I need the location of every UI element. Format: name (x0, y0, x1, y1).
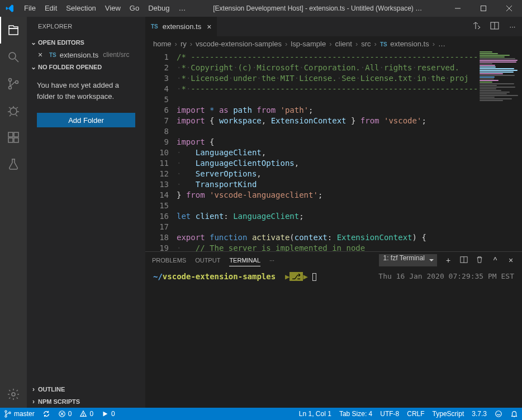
terminal-prompt-home: ~/ (153, 272, 163, 281)
svg-point-9 (10, 108, 17, 114)
status-cursor-pos[interactable]: Ln 1, Col 1 (295, 408, 335, 420)
more-icon[interactable]: ··· (507, 22, 518, 31)
breadcrumb-item[interactable]: vscode-extension-samples (196, 40, 282, 48)
maximize-button[interactable] (471, 0, 496, 17)
svg-point-26 (83, 415, 84, 416)
extensions-icon[interactable] (0, 124, 27, 151)
svg-line-5 (15, 59, 18, 62)
new-terminal-icon[interactable]: + (444, 256, 453, 265)
breadcrumb-item[interactable]: client (335, 40, 352, 48)
no-folder-message: You have not yet added a folder to the w… (27, 73, 145, 108)
minimize-button[interactable] (445, 0, 471, 17)
status-indent[interactable]: Tab Size: 4 (335, 408, 376, 420)
svg-rect-11 (8, 138, 13, 142)
chevron-right-icon: › (328, 40, 333, 48)
status-sync[interactable] (39, 408, 54, 420)
status-debug[interactable]: 0 (97, 408, 119, 420)
chevron-right-icon: › (284, 40, 288, 48)
breadcrumb-item[interactable]: lsp-sample (291, 40, 326, 48)
close-button[interactable] (496, 0, 522, 17)
open-editors-section[interactable]: ⌄ OPEN EDITORS (27, 36, 145, 49)
tab-extension-ts[interactable]: TS extension.ts × (145, 17, 217, 36)
chevron-right-icon: › (431, 40, 436, 48)
open-editor-dir: client/src (101, 51, 129, 59)
explorer-icon[interactable] (0, 17, 27, 44)
kill-terminal-icon[interactable] (475, 256, 484, 265)
maximize-panel-icon[interactable]: ^ (491, 256, 500, 265)
minimap[interactable] (477, 51, 522, 251)
svg-point-14 (12, 393, 15, 396)
compare-icon[interactable] (472, 21, 482, 32)
breadcrumb-file[interactable]: TS extension.ts (380, 40, 429, 48)
svg-point-20 (5, 416, 7, 417)
settings-gear-icon[interactable] (0, 381, 27, 408)
menu-file[interactable]: File (20, 0, 40, 17)
open-editor-item[interactable]: × TS extension.ts client/src (27, 49, 145, 61)
activity-bar (0, 17, 27, 408)
svg-point-4 (9, 52, 16, 59)
panel-tab-problems[interactable]: PROBLEMS (152, 255, 186, 266)
panel-tab-terminal[interactable]: TERMINAL (229, 255, 260, 266)
panel-tab-···[interactable]: ··· (269, 255, 274, 266)
panel-tabs: PROBLEMSOUTPUTTERMINAL··· 1: fzf Termina… (145, 252, 522, 269)
status-bell-icon[interactable] (506, 408, 522, 420)
debug-icon[interactable] (0, 97, 27, 124)
status-branch[interactable]: master (0, 408, 39, 420)
split-terminal-icon[interactable] (459, 256, 468, 265)
editor-area: TS extension.ts × ··· home›ry›vscode-ext… (145, 17, 522, 408)
no-folder-section[interactable]: ⌄ NO FOLDER OPENED (27, 61, 145, 73)
search-icon[interactable] (0, 44, 27, 70)
open-editor-filename: extension.ts (60, 51, 98, 59)
svg-rect-13 (14, 132, 18, 137)
prompt-git-icon: ⎇ (290, 272, 303, 281)
close-icon[interactable]: × (38, 50, 47, 59)
status-encoding[interactable]: UTF-8 (376, 408, 403, 420)
status-language[interactable]: TypeScript (429, 408, 468, 420)
npm-scripts-section[interactable]: › NPM SCRIPTS (27, 395, 145, 408)
tab-label: extension.ts (163, 22, 201, 31)
test-icon[interactable] (0, 151, 27, 178)
svg-point-21 (9, 412, 11, 414)
terminal[interactable]: Thu 16 Jan 2020 07:29:35 PM EST ~/vscode… (145, 269, 522, 408)
breadcrumb-more[interactable]: … (438, 40, 445, 48)
panel-tab-output[interactable]: OUTPUT (195, 255, 220, 266)
menu-edit[interactable]: Edit (40, 0, 61, 17)
breadcrumbs: home›ry›vscode-extension-samples›lsp-sam… (145, 36, 522, 51)
sidebar: EXPLORER ⌄ OPEN EDITORS × TS extension.t… (27, 17, 145, 408)
sidebar-title: EXPLORER (27, 17, 145, 36)
ts-badge-icon: TS (151, 23, 159, 30)
status-ts-version[interactable]: 3.7.3 (468, 408, 491, 420)
status-errors[interactable]: 0 (54, 408, 76, 420)
menu-debug[interactable]: Debug (144, 0, 174, 17)
prompt-arrow-icon: ▶ (303, 272, 307, 281)
chevron-right-icon: › (29, 385, 38, 393)
status-eol[interactable]: CRLF (403, 408, 428, 420)
menu-go[interactable]: Go (125, 0, 144, 17)
outline-section[interactable]: › OUTLINE (27, 383, 145, 395)
source-control-icon[interactable] (0, 70, 27, 97)
close-icon[interactable]: × (207, 22, 211, 31)
panel: PROBLEMSOUTPUTTERMINAL··· 1: fzf Termina… (145, 251, 522, 408)
window-title: [Extension Development Host] - extension… (190, 4, 445, 12)
terminal-timestamp: Thu 16 Jan 2020 07:29:35 PM EST (378, 272, 514, 280)
breadcrumb-item[interactable]: src (361, 40, 371, 48)
status-feedback-icon[interactable] (491, 408, 506, 420)
split-editor-icon[interactable] (490, 21, 500, 32)
titlebar: FileEditSelectionViewGoDebug… [Extension… (0, 0, 522, 17)
svg-point-6 (9, 79, 12, 82)
add-folder-button[interactable]: Add Folder (37, 113, 135, 127)
chevron-right-icon: › (174, 40, 178, 48)
code-editor[interactable]: /* -------------------------------------… (177, 51, 477, 251)
svg-rect-1 (481, 6, 486, 11)
menu-…[interactable]: … (174, 0, 190, 17)
breadcrumb-item[interactable]: ry (181, 40, 187, 48)
close-panel-icon[interactable]: × (506, 256, 515, 265)
menu-view[interactable]: View (101, 0, 125, 17)
status-warnings[interactable]: 0 (75, 408, 97, 420)
breadcrumb-item[interactable]: home (153, 40, 172, 48)
window-controls (445, 0, 522, 17)
svg-point-19 (5, 411, 7, 412)
tab-bar: TS extension.ts × ··· (145, 17, 522, 36)
menu-selection[interactable]: Selection (61, 0, 100, 17)
terminal-select[interactable]: 1: fzf Terminal (379, 254, 437, 266)
